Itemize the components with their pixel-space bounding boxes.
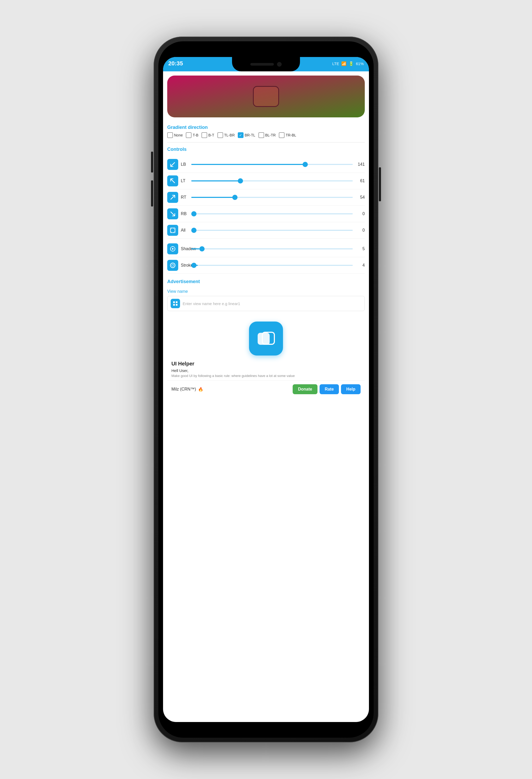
rate-button[interactable]: Rate bbox=[320, 384, 339, 394]
gradient-direction-title: Gradient direction bbox=[167, 122, 365, 132]
grid-icon bbox=[173, 301, 178, 306]
control-lb-row: LB 141 bbox=[167, 156, 365, 173]
dir-brtl-checkbox[interactable] bbox=[238, 132, 244, 138]
dir-bt-label: B-T bbox=[208, 133, 214, 137]
dir-tlbr-label: TL-BR bbox=[224, 133, 235, 137]
dir-brtl-label: BR-TL bbox=[245, 133, 255, 137]
shadow-slider-thumb[interactable] bbox=[199, 246, 205, 251]
all-icon bbox=[170, 227, 176, 233]
rb-value: 0 bbox=[355, 212, 365, 216]
shadow-icon bbox=[170, 246, 176, 252]
rt-icon-button[interactable] bbox=[167, 192, 178, 203]
rt-slider[interactable] bbox=[191, 197, 353, 198]
dir-brtl[interactable]: BR-TL bbox=[238, 132, 255, 138]
stroke-slider[interactable] bbox=[191, 265, 353, 266]
svg-rect-0 bbox=[171, 228, 175, 233]
help-button[interactable]: Help bbox=[341, 384, 360, 394]
rb-icon-button[interactable] bbox=[167, 208, 178, 219]
stroke-ctrl-label: Stroke bbox=[181, 263, 189, 268]
dir-bltr-label: BL-TR bbox=[265, 133, 276, 137]
shadow-icon-button[interactable] bbox=[167, 243, 178, 254]
rt-icon bbox=[170, 194, 176, 200]
gradient-preview bbox=[167, 75, 365, 117]
dir-tb[interactable]: T-B bbox=[186, 132, 198, 138]
status-icons: LTE 📶 🔋 61% bbox=[332, 61, 364, 66]
rb-slider[interactable] bbox=[191, 213, 353, 214]
lb-value: 141 bbox=[355, 162, 365, 167]
shadow-label: Shadow bbox=[181, 246, 189, 251]
speaker bbox=[250, 63, 274, 66]
svg-point-7 bbox=[171, 263, 175, 268]
svg-point-8 bbox=[172, 264, 174, 266]
lb-slider-thumb[interactable] bbox=[303, 162, 308, 167]
dir-bltr-checkbox[interactable] bbox=[258, 132, 264, 138]
lt-slider-thumb[interactable] bbox=[238, 178, 243, 183]
all-value: 0 bbox=[355, 228, 365, 233]
vol-down-button bbox=[151, 180, 153, 206]
status-time: 20:35 bbox=[168, 60, 183, 67]
greeting-text: Hell User, bbox=[172, 368, 360, 374]
dir-none[interactable]: None bbox=[167, 132, 183, 138]
dir-bt[interactable]: B-T bbox=[201, 132, 214, 138]
dir-tb-checkbox[interactable] bbox=[186, 132, 192, 138]
rb-icon bbox=[170, 211, 176, 217]
view-name-label: View name bbox=[167, 289, 365, 294]
view-name-input-row[interactable]: Enter view name here e.g linear1 bbox=[167, 296, 365, 311]
phone-inner: 20:35 🖹 ▶ ⬇ LTE 📶 🔋 61% bbox=[158, 41, 374, 738]
rt-slider-thumb[interactable] bbox=[232, 195, 238, 200]
lb-slider[interactable] bbox=[191, 164, 353, 165]
dir-bltr[interactable]: BL-TR bbox=[258, 132, 276, 138]
svg-point-2 bbox=[172, 248, 174, 250]
svg-rect-10 bbox=[176, 301, 178, 303]
shadow-slider-fill bbox=[191, 248, 199, 249]
dir-trbl[interactable]: TR-BL bbox=[279, 132, 296, 138]
lb-slider-fill bbox=[191, 164, 305, 165]
vol-up-button bbox=[151, 152, 153, 173]
view-name-icon bbox=[171, 299, 180, 308]
footer-buttons: Donate Rate Help bbox=[293, 384, 360, 394]
rt-value: 54 bbox=[355, 195, 365, 200]
view-name-placeholder: Enter view name here e.g linear1 bbox=[183, 301, 240, 306]
dir-trbl-label: TR-BL bbox=[285, 133, 296, 137]
dir-none-checkbox[interactable] bbox=[167, 132, 173, 138]
phone-device: 20:35 🖹 ▶ ⬇ LTE 📶 🔋 61% bbox=[154, 37, 378, 742]
rt-slider-fill bbox=[191, 197, 235, 198]
control-rt-row: RT 54 bbox=[167, 189, 365, 206]
power-button bbox=[379, 167, 381, 201]
app-icon bbox=[249, 321, 283, 356]
control-lt-row: LT 61 bbox=[167, 173, 365, 189]
all-slider[interactable] bbox=[191, 230, 353, 231]
gradient-direction-options: None T-B B-T TL-BR bbox=[167, 132, 365, 141]
home-indicator bbox=[243, 715, 289, 717]
rb-slider-thumb[interactable] bbox=[191, 211, 197, 217]
main-content: Gradient direction None T-B B-T bbox=[163, 122, 369, 398]
all-icon-button[interactable] bbox=[167, 225, 178, 236]
spacer bbox=[167, 239, 365, 241]
lb-label: LB bbox=[181, 162, 189, 167]
shadow-value: 5 bbox=[355, 246, 365, 251]
footer-bar: Milz (CRN™) 🔥 Donate Rate Help bbox=[167, 380, 365, 398]
lt-slider[interactable] bbox=[191, 180, 353, 181]
donate-button[interactable]: Donate bbox=[293, 384, 317, 394]
dir-tlbr-checkbox[interactable] bbox=[217, 132, 223, 138]
control-shadow-row: Shadow 5 bbox=[167, 241, 365, 257]
dir-bt-checkbox[interactable] bbox=[201, 132, 207, 138]
lte-icon: LTE bbox=[332, 61, 339, 66]
view-name-section: View name Enter view name here e. bbox=[167, 287, 365, 314]
app-title: UI Helper bbox=[172, 361, 360, 368]
author-section: Milz (CRN™) 🔥 bbox=[172, 387, 203, 392]
front-camera bbox=[277, 62, 282, 67]
stroke-value: 4 bbox=[355, 263, 365, 268]
lt-icon-button[interactable] bbox=[167, 175, 178, 186]
dir-trbl-checkbox[interactable] bbox=[279, 132, 284, 138]
svg-rect-11 bbox=[173, 304, 175, 306]
shadow-slider[interactable] bbox=[191, 248, 353, 249]
all-slider-thumb[interactable] bbox=[191, 228, 197, 233]
stroke-icon-button[interactable] bbox=[167, 260, 178, 271]
stroke-icon bbox=[170, 262, 176, 268]
stroke-slider-thumb[interactable] bbox=[191, 263, 197, 268]
dir-tlbr[interactable]: TL-BR bbox=[217, 132, 235, 138]
lb-icon-button[interactable] bbox=[167, 159, 178, 170]
control-stroke-row: Stroke 4 bbox=[167, 257, 365, 274]
author-name: Milz (CRN™) bbox=[172, 387, 196, 392]
